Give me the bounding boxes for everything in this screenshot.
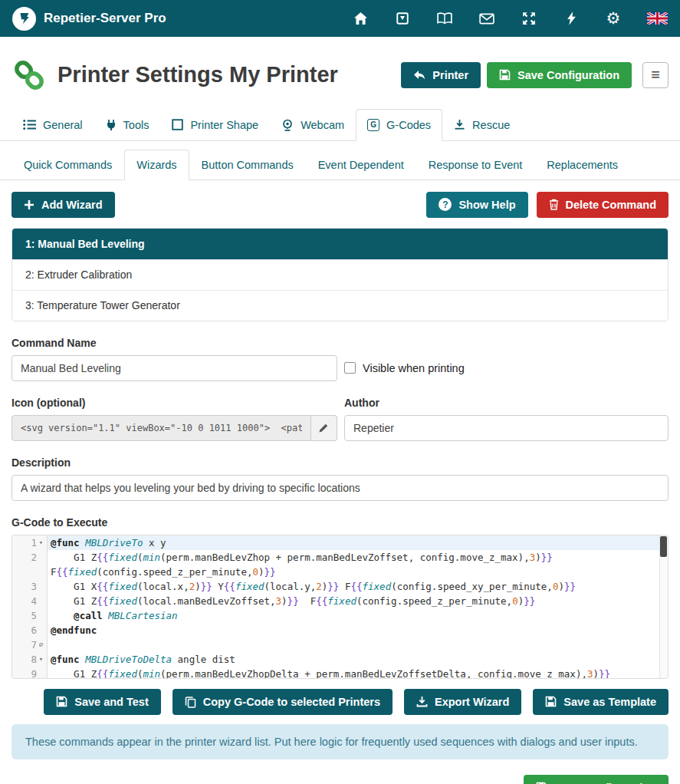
list-icon — [23, 119, 36, 130]
subtab-response-to-event[interactable]: Response to Event — [416, 150, 535, 180]
subtab-label: Quick Commands — [24, 159, 112, 171]
code-line[interactable]: 5 @call MBLCartesian — [12, 608, 668, 623]
description-input[interactable] — [11, 475, 669, 501]
subtab-replacements[interactable]: Replacements — [534, 150, 630, 180]
tab-label: Tools — [123, 119, 149, 131]
visible-when-printing-checkbox[interactable] — [344, 362, 356, 374]
icon-edit-button[interactable] — [311, 415, 337, 441]
delete-command-button[interactable]: Delete Command — [537, 192, 669, 218]
code-line[interactable]: 3 G1 X{{fixed(local.x,2)}} Y{{fixed(loca… — [12, 579, 668, 594]
code-line[interactable]: 1▾@func MBLDriveTo x y — [12, 535, 668, 550]
fold-marker-icon[interactable]: ∅ — [37, 637, 45, 652]
printer-list-icon[interactable] — [394, 10, 411, 27]
printer-button[interactable]: Printer — [401, 62, 481, 88]
manual-book-icon[interactable] — [436, 10, 453, 27]
editor-scrollbar-track[interactable] — [659, 535, 668, 678]
copy-icon — [185, 696, 196, 708]
code-line-content[interactable] — [48, 637, 668, 652]
brand-name: Repetier-Server Pro — [44, 11, 166, 26]
expand-arrows-icon[interactable] — [521, 10, 537, 27]
gcode-to-execute-label: G-Code to Execute — [11, 516, 669, 529]
code-line-content[interactable]: @func MBLDriveToDelta angle dist — [48, 652, 668, 667]
save-icon — [499, 69, 511, 81]
show-help-button[interactable]: ? Show Help — [426, 192, 527, 218]
subtab-quick-commands[interactable]: Quick Commands — [11, 150, 124, 180]
gcode-chain-icon — [11, 58, 47, 92]
export-wizard-button[interactable]: Export Wizard — [404, 689, 521, 715]
description-label: Description — [11, 456, 669, 469]
add-wizard-label: Add Wizard — [41, 199, 103, 211]
wizard-row-label: 3: Temperature Tower Generator — [25, 299, 180, 311]
language-flag-uk-icon[interactable] — [647, 10, 668, 27]
tab-tools[interactable]: Tools — [94, 109, 161, 141]
icon-optional-label: Icon (optional) — [11, 397, 337, 409]
wizard-form: Command Name Visible when printing Icon … — [0, 321, 680, 679]
code-line-content[interactable]: G1 Z{{fixed(min(perm.manBedLevZhop + per… — [48, 550, 668, 579]
gcode-editor[interactable]: 1▾@func MBLDriveTo x y2 G1 Z{{fixed(min(… — [11, 535, 669, 679]
save-and-test-label: Save and Test — [74, 696, 148, 708]
tab-general[interactable]: General — [11, 109, 94, 141]
tab-printer-shape[interactable]: Printer Shape — [160, 109, 270, 141]
save-configuration-button-bottom[interactable]: Save Configuration — [524, 775, 669, 784]
code-line[interactable]: 9 G1 Z{{fixed(min(perm.manBedLevZhopDelt… — [12, 667, 668, 679]
subtab-button-commands[interactable]: Button Commands — [189, 150, 306, 180]
copy-gcode-button[interactable]: Copy G-Code to selected Printers — [172, 689, 393, 715]
code-line[interactable]: 6@endfunc — [12, 623, 668, 637]
wizard-list: 1: Manual Bed Leveling 2: Extruder Calib… — [11, 228, 669, 321]
code-line[interactable]: 8▾@func MBLDriveToDelta angle dist — [12, 652, 668, 667]
code-line-content[interactable]: @func MBLDriveTo x y — [48, 535, 668, 550]
code-line-content[interactable]: @endfunc — [48, 623, 668, 637]
wizard-row-manual-bed-leveling[interactable]: 1: Manual Bed Leveling — [12, 229, 668, 259]
subtab-wizards[interactable]: Wizards — [124, 150, 189, 180]
icon-svg-input[interactable] — [11, 415, 311, 441]
trash-icon — [549, 199, 559, 210]
command-name-input[interactable] — [11, 355, 337, 381]
author-label: Author — [344, 397, 669, 409]
code-line-content[interactable]: G1 Z{{fixed(local.manBedLevZoffset,3)}} … — [48, 594, 668, 608]
code-line[interactable]: 2 G1 Z{{fixed(min(perm.manBedLevZhop + p… — [12, 550, 668, 579]
save-and-test-button[interactable]: Save and Test — [44, 689, 160, 715]
save-configuration-label: Save Configuration — [517, 69, 619, 81]
brand[interactable]: Repetier-Server Pro — [12, 7, 166, 31]
hamburger-icon: ≡ — [651, 66, 660, 84]
subtab-label: Button Commands — [202, 159, 294, 171]
line-number-gutter: 6 — [12, 623, 48, 637]
home-icon[interactable] — [352, 10, 369, 27]
subtab-event-dependent[interactable]: Event Dependent — [306, 150, 416, 180]
editor-scrollbar-thumb[interactable] — [660, 536, 667, 557]
copy-gcode-label: Copy G-Code to selected Printers — [203, 696, 380, 708]
author-input[interactable] — [344, 415, 669, 441]
save-icon — [545, 696, 557, 707]
command-name-label: Command Name — [11, 337, 337, 349]
power-bolt-icon[interactable] — [563, 10, 580, 27]
save-configuration-button-top[interactable]: Save Configuration — [487, 62, 632, 88]
save-as-template-button[interactable]: Save as Template — [533, 689, 669, 715]
wizard-row-extruder-calibration[interactable]: 2: Extruder Calibration — [12, 259, 668, 290]
messages-mail-icon[interactable] — [478, 10, 495, 27]
fold-marker-icon[interactable]: ▾ — [37, 535, 45, 550]
line-number-gutter: 9 — [12, 667, 48, 679]
code-line-content[interactable]: @call MBLCartesian — [48, 608, 668, 623]
printer-button-label: Printer — [432, 69, 468, 81]
subtab-label: Event Dependent — [318, 159, 404, 171]
fold-marker-icon[interactable]: ▾ — [37, 652, 45, 667]
tab-rescue[interactable]: Rescue — [442, 109, 521, 141]
code-line-content[interactable]: G1 Z{{fixed(min(perm.manBedLevZhopDelta … — [48, 667, 668, 679]
tab-label: Printer Shape — [190, 119, 258, 131]
settings-gear-icon[interactable]: ⚙ — [605, 10, 622, 27]
tab-gcodes[interactable]: G G-Codes — [356, 109, 442, 141]
plus-icon — [24, 199, 34, 210]
code-line[interactable]: 7∅ — [12, 637, 668, 652]
show-help-label: Show Help — [458, 199, 515, 211]
tab-webcam[interactable]: Webcam — [270, 109, 356, 141]
tab-label: Rescue — [472, 119, 510, 131]
export-wizard-label: Export Wizard — [435, 696, 509, 708]
wizard-row-temperature-tower[interactable]: 3: Temperature Tower Generator — [12, 290, 668, 321]
wizard-info-text: These commands appear in the printer wiz… — [25, 736, 638, 748]
add-wizard-button[interactable]: Add Wizard — [11, 192, 115, 218]
code-line[interactable]: 4 G1 Z{{fixed(local.manBedLevZoffset,3)}… — [12, 594, 668, 608]
pencil-icon — [318, 423, 329, 433]
app-logo-icon — [12, 7, 36, 31]
code-line-content[interactable]: G1 X{{fixed(local.x,2)}} Y{{fixed(local.… — [48, 579, 668, 594]
menu-button[interactable]: ≡ — [642, 62, 669, 88]
